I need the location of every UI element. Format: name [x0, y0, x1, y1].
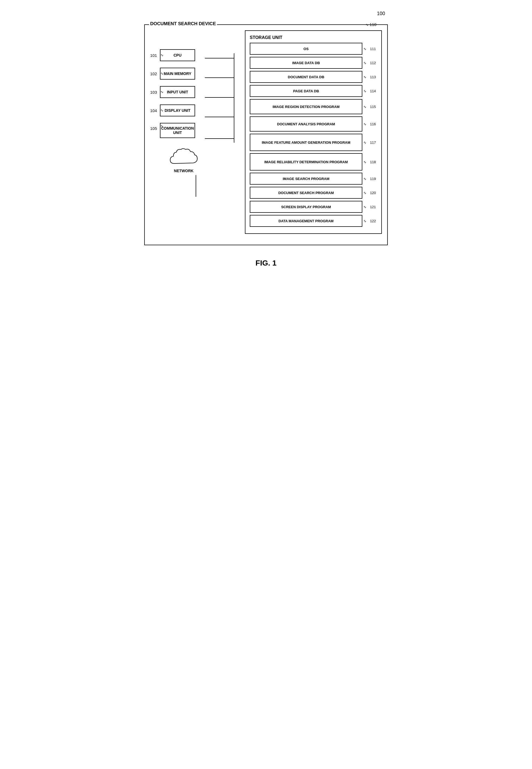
ref-110: ∿ 110	[366, 22, 376, 27]
document-data-db-box: DOCUMENT DATA DB	[250, 71, 362, 83]
cpu-box: CPU	[160, 49, 195, 61]
cpu-row: 101 ∿ CPU	[150, 49, 212, 61]
squiggle-121: ∿	[362, 204, 367, 209]
main-memory-box: MAIN MEMORY	[160, 68, 195, 80]
storage-item-row-doc-data: DOCUMENT DATA DB ∿ 113	[250, 71, 377, 83]
image-data-db-box: IMAGE DATA DB	[250, 57, 362, 69]
image-reliability-box: IMAGE RELIABILITY DETERMINATION PROGRAM	[250, 153, 362, 171]
main-memory-row: 102 ∿ MAIN MEMORY	[150, 68, 212, 80]
storage-label: STORAGE UNIT	[250, 35, 377, 40]
ref-121: 121	[367, 205, 377, 209]
storage-item-row-image-data: IMAGE DATA DB ∿ 112	[250, 57, 377, 69]
storage-item-row-doc-search: DOCUMENT SEARCH PROGRAM ∿ 120	[250, 187, 377, 199]
storage-item-row-screen-display: SCREEN DISPLAY PROGRAM ∿ 121	[250, 201, 377, 213]
ref-112: 112	[367, 61, 377, 65]
ref-122: 122	[367, 219, 377, 223]
squiggle-116: ∿	[362, 122, 367, 126]
image-search-box: IMAGE SEARCH PROGRAM	[250, 173, 362, 185]
image-region-detection-box: IMAGE REGION DETECTION PROGRAM	[250, 99, 362, 114]
input-unit-box: INPUT UNIT	[160, 86, 195, 98]
storage-item-row-data-management: DATA MANAGEMENT PROGRAM ∿ 122	[250, 215, 377, 227]
squiggle-117: ∿	[362, 140, 367, 145]
squiggle-119: ∿	[362, 176, 367, 181]
squiggle-111: ∿	[362, 46, 367, 51]
storage-column: ∿ 110 STORAGE UNIT OS ∿ 111 IMAGE DATA D…	[245, 30, 382, 234]
device-box: DOCUMENT SEARCH DEVICE 101 ∿ CPU 102	[144, 24, 388, 245]
ref-119: 119	[367, 177, 377, 181]
ref-102: 102	[150, 71, 160, 76]
squiggle-122: ∿	[362, 218, 367, 223]
ref-120: 120	[367, 191, 377, 195]
network-cloud-icon	[169, 147, 199, 168]
ref-103: 103	[150, 90, 160, 94]
storage-item-row-image-region: IMAGE REGION DETECTION PROGRAM ∿ 115	[250, 99, 377, 114]
document-analysis-box: DOCUMENT ANALYSIS PROGRAM	[250, 116, 362, 132]
os-box: OS	[250, 43, 362, 55]
image-feature-amount-box: IMAGE FEATURE AMOUNT GENERATION PROGRAM	[250, 134, 362, 151]
network-label: NETWORK	[174, 169, 193, 173]
storage-item-row-os: OS ∿ 111	[250, 43, 377, 55]
device-inner: 101 ∿ CPU 102 ∿ MAIN MEMORY	[150, 30, 382, 234]
squiggle-112: ∿	[362, 60, 367, 65]
squiggle-113: ∿	[362, 74, 367, 79]
ref-111: 111	[367, 47, 377, 51]
ref-113: 113	[367, 75, 377, 79]
display-unit-row: 104 ∿ DISPLAY UNIT	[150, 104, 212, 116]
fig-label: FIG. 1	[144, 259, 388, 267]
squiggle-114: ∿	[362, 89, 367, 93]
display-unit-box: DISPLAY UNIT	[160, 104, 195, 116]
diagram-container: 100 DOCUMENT SEARCH DEVICE 101 ∿ CPU 102	[144, 11, 388, 267]
ref-115: 115	[367, 105, 377, 109]
squiggle-120: ∿	[362, 190, 367, 195]
communication-unit-row: 105 ∿ COMMUNICATION UNIT	[150, 123, 212, 138]
storage-item-row-image-reliability: IMAGE RELIABILITY DETERMINATION PROGRAM …	[250, 153, 377, 171]
storage-item-row-image-search: IMAGE SEARCH PROGRAM ∿ 119	[250, 173, 377, 185]
storage-item-row-image-feature: IMAGE FEATURE AMOUNT GENERATION PROGRAM …	[250, 134, 377, 151]
squiggle-118: ∿	[362, 159, 367, 164]
network-area: NETWORK	[155, 147, 212, 173]
ref-105: 105	[150, 126, 160, 131]
ref-116: 116	[367, 122, 377, 126]
storage-item-row-page-data: PAGE DATA DB ∿ 114	[250, 85, 377, 97]
ref-101: 101	[150, 53, 160, 58]
page-data-db-box: PAGE DATA DB	[250, 85, 362, 97]
ref-114: 114	[367, 89, 377, 93]
ref-104: 104	[150, 108, 160, 113]
screen-display-box: SCREEN DISPLAY PROGRAM	[250, 201, 362, 213]
ref-117: 117	[367, 140, 377, 145]
ref-100: 100	[377, 11, 385, 17]
document-search-box: DOCUMENT SEARCH PROGRAM	[250, 187, 362, 199]
storage-box: STORAGE UNIT OS ∿ 111 IMAGE DATA DB ∿ 11…	[245, 30, 382, 234]
squiggle-115: ∿	[362, 104, 367, 109]
device-label: DOCUMENT SEARCH DEVICE	[149, 21, 217, 27]
data-management-box: DATA MANAGEMENT PROGRAM	[250, 215, 362, 227]
input-unit-row: 103 ∿ INPUT UNIT	[150, 86, 212, 98]
ref-118: 118	[367, 160, 377, 164]
storage-item-row-doc-analysis: DOCUMENT ANALYSIS PROGRAM ∿ 116	[250, 116, 377, 132]
communication-unit-box: COMMUNICATION UNIT	[160, 123, 195, 138]
